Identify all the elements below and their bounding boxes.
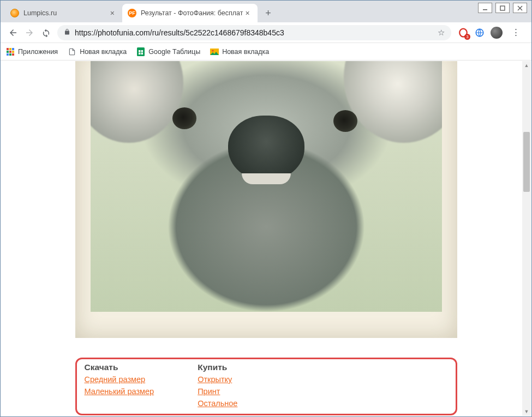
chrome-menu-button[interactable]: ⋮ (508, 27, 524, 38)
download-heading: Скачать (85, 362, 154, 372)
forward-button[interactable] (21, 25, 38, 41)
favicon-pf-icon: PF (128, 9, 136, 17)
close-tab-button[interactable]: × (108, 9, 117, 17)
vertical-scrollbar[interactable]: ▲ ▼ (522, 61, 531, 416)
reload-button[interactable] (38, 25, 54, 41)
profile-avatar[interactable] (491, 27, 503, 39)
extension-opera-icon[interactable]: 3 (458, 27, 469, 38)
bookmark-label: Google Таблицы (148, 48, 200, 56)
apps-grid-icon (6, 47, 15, 56)
download-medium-link[interactable]: Средний размер (85, 373, 154, 385)
bookmark-item[interactable]: Новая вкладка (210, 47, 269, 56)
bookmark-star-icon[interactable]: ☆ (438, 28, 445, 38)
toolbar: https://photofunia.com/ru/results/5c2522… (1, 22, 531, 43)
apps-shortcut[interactable]: Приложения (6, 47, 58, 56)
favicon-orange-icon (10, 9, 19, 17)
extension-icons: 3 ⋮ (455, 27, 527, 39)
bookmark-label: Новая вкладка (80, 48, 127, 56)
buy-column: Купить Открытку Принт Остальное (198, 362, 237, 409)
buy-heading: Купить (198, 362, 237, 372)
buy-print-link[interactable]: Принт (198, 385, 237, 397)
tab-title: Lumpics.ru (23, 9, 57, 17)
svg-rect-10 (7, 53, 9, 56)
maximize-button[interactable] (495, 3, 510, 13)
lock-icon (64, 28, 70, 37)
tab-strip: Lumpics.ru × PF Результат - ФотоФания: б… (1, 1, 531, 22)
tab-title: Результат - ФотоФания: бесплат (141, 9, 243, 17)
page-icon (68, 47, 76, 56)
result-polaroid (75, 61, 457, 338)
bookmark-item[interactable]: Google Таблицы (136, 47, 200, 56)
download-column: Скачать Средний размер Маленький размер (85, 362, 154, 409)
svg-rect-5 (9, 48, 11, 50)
download-small-link[interactable]: Маленький размер (85, 385, 154, 397)
extension-globe-icon[interactable] (474, 27, 485, 38)
svg-rect-8 (9, 51, 11, 53)
scroll-up-arrow-icon[interactable]: ▲ (522, 61, 531, 70)
minimize-button[interactable] (478, 3, 492, 13)
result-image (91, 61, 442, 312)
address-bar[interactable]: https://photofunia.com/ru/results/5c2522… (57, 25, 451, 40)
svg-rect-4 (7, 48, 9, 50)
browser-window: Lumpics.ru × PF Результат - ФотоФания: б… (0, 0, 532, 417)
apps-label: Приложения (18, 48, 58, 56)
svg-rect-9 (12, 51, 14, 53)
google-sheets-icon (136, 47, 145, 56)
picture-icon (210, 47, 219, 56)
bookmark-label: Новая вкладка (222, 48, 269, 56)
tab-photofunia[interactable]: PF Результат - ФотоФания: бесплат × (122, 4, 258, 22)
options-highlight-box: Скачать Средний размер Маленький размер … (75, 358, 457, 415)
extension-badge: 3 (464, 34, 470, 40)
buy-other-link[interactable]: Остальное (198, 397, 237, 409)
result-options: Скачать Средний размер Маленький размер … (75, 358, 457, 415)
close-tab-button[interactable]: × (243, 9, 252, 17)
svg-rect-6 (12, 48, 14, 50)
svg-rect-12 (12, 53, 14, 56)
window-controls (478, 3, 527, 13)
url-text: https://photofunia.com/ru/results/5c2522… (75, 28, 284, 37)
scrollbar-thumb[interactable] (523, 132, 530, 192)
svg-rect-7 (7, 51, 9, 53)
svg-rect-0 (483, 9, 487, 10)
page-content: Скачать Средний размер Маленький размер … (1, 61, 531, 416)
bookmarks-bar: Приложения Новая вкладка Google Таблицы … (1, 43, 531, 61)
buy-postcard-link[interactable]: Открытку (198, 373, 237, 385)
tab-lumpics[interactable]: Lumpics.ru × (5, 4, 122, 22)
bookmark-item[interactable]: Новая вкладка (68, 47, 127, 56)
svg-point-16 (212, 50, 214, 51)
new-tab-button[interactable]: + (261, 5, 276, 21)
svg-rect-11 (9, 53, 11, 56)
back-button[interactable] (5, 25, 21, 41)
close-window-button[interactable] (513, 3, 527, 13)
scroll-down-arrow-icon[interactable]: ▼ (522, 407, 531, 416)
svg-rect-1 (500, 6, 505, 10)
